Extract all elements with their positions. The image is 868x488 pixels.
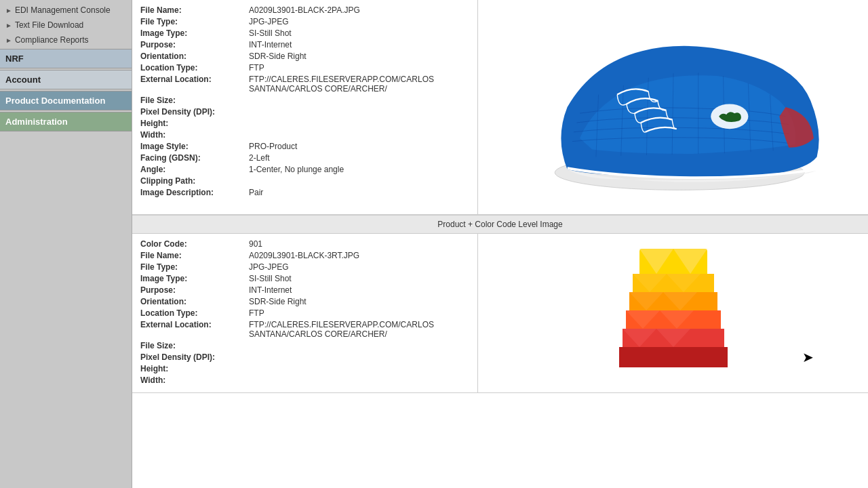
field-label: Clipping Path: <box>140 176 249 186</box>
table-row: File Size: <box>140 341 469 350</box>
table-row: Purpose:INT-Internet <box>140 285 469 295</box>
field-label: Width: <box>140 375 249 385</box>
field-value: A0209L3901-BLACK-3RT.JPG <box>249 251 359 260</box>
table-row: File Type:JPG-JPEG <box>140 17 469 26</box>
table-row: Location Type:FTP <box>140 308 469 318</box>
field-label: Pixel Density (DPI): <box>140 107 249 117</box>
field-label: File Type: <box>140 17 249 26</box>
field-value: SI-Still Shot <box>249 28 292 38</box>
field-value: SI-Still Shot <box>249 274 292 283</box>
field-label: Facing (GDSN): <box>140 153 249 163</box>
table-row: Purpose:INT-Internet <box>140 40 469 49</box>
svg-rect-7 <box>619 347 728 367</box>
table-row: Facing (GDSN):2-Left <box>140 153 469 163</box>
field-label: File Name: <box>140 5 249 15</box>
field-label: Image Description: <box>140 188 249 197</box>
field-label: Purpose: <box>140 40 249 49</box>
sidebar: ► EDI Management Console ► Text File Dow… <box>0 0 132 488</box>
field-value: FTP://CALERES.FILESERVERAPP.COM/CARLOS S… <box>249 320 469 339</box>
arrow-icon: ► <box>5 22 12 29</box>
table-row: File Size: <box>140 96 469 105</box>
table-row: Height: <box>140 119 469 128</box>
field-label: Orientation: <box>140 52 249 61</box>
section-header-2: Product + Color Code Level Image <box>132 215 868 234</box>
field-value: JPG-JPEG <box>249 262 289 272</box>
sidebar-item-compliance[interactable]: ► Compliance Reports <box>0 33 132 47</box>
account-label: Account <box>5 75 41 85</box>
field-value: 2-Left <box>249 153 270 163</box>
table-row: Location Type:FTP <box>140 63 469 73</box>
table-row: File Type:JPG-JPEG <box>140 262 469 272</box>
field-label: Width: <box>140 130 249 140</box>
detail-left-2: Color Code:901File Name:A0209L3901-BLACK… <box>132 234 478 392</box>
field-value: Pair <box>249 188 263 197</box>
field-value: PRO-Product <box>249 142 297 151</box>
field-value: FTP <box>249 63 264 73</box>
sidebar-section-administration[interactable]: Administration <box>0 112 132 131</box>
table-row: Pixel Density (DPI): <box>140 107 469 117</box>
field-value: JPG-JPEG <box>249 17 289 26</box>
sidebar-item-text-label: Text File Download <box>15 20 83 30</box>
field-label: Height: <box>140 119 249 128</box>
detail-right-1 <box>478 0 868 214</box>
field-label: File Size: <box>140 341 249 350</box>
sidebar-section-product-doc[interactable]: Product Documentation <box>0 91 132 110</box>
section-header-label: Product + Color Code Level Image <box>437 220 562 229</box>
table-row: Image Type:SI-Still Shot <box>140 28 469 38</box>
administration-label: Administration <box>5 117 68 127</box>
table-row: Width: <box>140 375 469 385</box>
table-row: Pixel Density (DPI): <box>140 352 469 362</box>
field-label: Image Type: <box>140 274 249 283</box>
detail-section-2: Color Code:901File Name:A0209L3901-BLACK… <box>132 234 868 393</box>
table-row: Orientation:SDR-Side Right <box>140 52 469 61</box>
abstract-image <box>599 245 748 381</box>
table-row: Color Code:901 <box>140 239 469 249</box>
arrow-icon: ► <box>5 37 12 44</box>
field-label: Image Style: <box>140 142 249 151</box>
field-label: File Size: <box>140 96 249 105</box>
field-value: 1-Center, No plunge angle <box>249 165 344 174</box>
nrf-label: NRF <box>5 54 24 64</box>
field-label: Purpose: <box>140 285 249 295</box>
field-value: 901 <box>249 239 262 249</box>
field-value: INT-Internet <box>249 40 292 49</box>
sidebar-item-text-download[interactable]: ► Text File Download <box>0 18 132 33</box>
field-label: Location Type: <box>140 308 249 318</box>
table-row: Image Description:Pair <box>140 188 469 197</box>
product-doc-label: Product Documentation <box>5 96 105 106</box>
field-value: A0209L3901-BLACK-2PA.JPG <box>249 5 360 15</box>
sidebar-item-compliance-label: Compliance Reports <box>15 35 89 45</box>
arrow-icon: ► <box>5 7 12 14</box>
cursor: ➤ <box>802 349 814 365</box>
field-value: SDR-Side Right <box>249 297 307 306</box>
sidebar-section-account[interactable]: Account <box>0 70 132 89</box>
field-label: File Name: <box>140 251 249 260</box>
field-value: FTP <box>249 308 264 318</box>
sidebar-item-edi-label: EDI Management Console <box>15 5 111 15</box>
sidebar-item-edi[interactable]: ► EDI Management Console <box>0 3 132 18</box>
table-row: External Location:FTP://CALERES.FILESERV… <box>140 320 469 339</box>
field-label: Angle: <box>140 165 249 174</box>
field-label: File Type: <box>140 262 249 272</box>
sidebar-section-nrf[interactable]: NRF <box>0 49 132 68</box>
table-row: External Location:FTP://CALERES.FILESERV… <box>140 75 469 94</box>
shoe-image <box>517 5 829 209</box>
field-label: External Location: <box>140 75 249 94</box>
table-row: Clipping Path: <box>140 176 469 186</box>
main-content: File Name:A0209L3901-BLACK-2PA.JPGFile T… <box>132 0 868 488</box>
table-row: Angle:1-Center, No plunge angle <box>140 165 469 174</box>
field-value: INT-Internet <box>249 285 292 295</box>
detail-left-1: File Name:A0209L3901-BLACK-2PA.JPGFile T… <box>132 0 478 214</box>
field-label: Orientation: <box>140 297 249 306</box>
field-label: Image Type: <box>140 28 249 38</box>
detail-right-2: ➤ <box>478 234 868 392</box>
field-label: Pixel Density (DPI): <box>140 352 249 362</box>
detail-section-1: File Name:A0209L3901-BLACK-2PA.JPGFile T… <box>132 0 868 215</box>
table-row: Orientation:SDR-Side Right <box>140 297 469 306</box>
field-label: Color Code: <box>140 239 249 249</box>
table-row: File Name:A0209L3901-BLACK-3RT.JPG <box>140 251 469 260</box>
field-label: Height: <box>140 364 249 373</box>
table-row: File Name:A0209L3901-BLACK-2PA.JPG <box>140 5 469 15</box>
table-row: Width: <box>140 130 469 140</box>
field-value: SDR-Side Right <box>249 52 307 61</box>
